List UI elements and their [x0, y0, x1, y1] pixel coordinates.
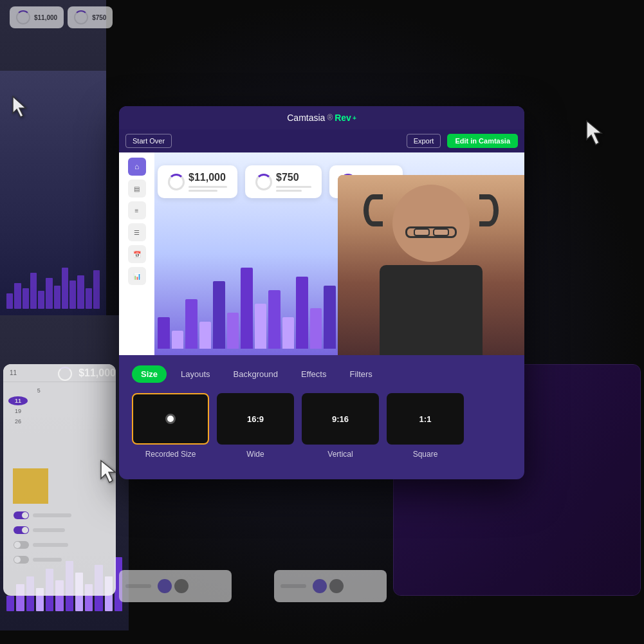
person-silhouette	[338, 175, 524, 355]
background-bottom-small-right	[274, 570, 387, 602]
tab-effects[interactable]: Effects	[292, 365, 336, 383]
toggle-4[interactable]	[14, 556, 29, 564]
calendar-month: 11	[10, 369, 17, 376]
chart-bar	[310, 308, 322, 349]
size-card-square[interactable]: 1:1	[387, 393, 464, 445]
stat-lines-2	[276, 186, 311, 192]
stat-line	[189, 186, 227, 188]
rev-label: Rev	[335, 113, 351, 123]
recorded-size-label: Recorded Size	[145, 450, 196, 459]
bg-stat-value-1: $11,000	[34, 14, 57, 21]
size-card-vertical[interactable]: 9:16	[302, 393, 379, 445]
sidebar-icon-6[interactable]: 📊	[128, 267, 146, 285]
sidebar-icon-3[interactable]: ≡	[128, 201, 146, 219]
cal-cell	[50, 386, 69, 395]
avatar-4	[329, 579, 344, 593]
background-panel-left	[0, 0, 106, 315]
toggle-group	[3, 507, 116, 568]
bar	[6, 293, 13, 309]
chart-bar	[213, 281, 225, 349]
icon-3: ≡	[135, 207, 139, 214]
toggle-row-2	[8, 524, 111, 536]
cal-cell: 5	[29, 386, 48, 395]
toggle-2[interactable]	[14, 526, 29, 534]
avatar-3	[313, 579, 327, 593]
size-option-vertical[interactable]: 9:16 Vertical	[302, 393, 379, 459]
bottom-panel: Size Layouts Background Effects Filters …	[119, 355, 524, 469]
chart-bar	[282, 317, 295, 349]
preview-stat-card-1: $11,000	[158, 165, 237, 198]
bg-stat-card-1: $11,000	[10, 6, 64, 28]
chart-bar	[255, 304, 267, 349]
chart-bar	[324, 286, 336, 349]
preview-sidebar: ⌂ ▤ ≡ ☰ 📅 📊	[119, 152, 154, 355]
brand-name: Camtasia	[287, 113, 325, 123]
size-card-wide[interactable]: 16:9	[217, 393, 294, 445]
avatar-1	[158, 579, 172, 593]
app-title: Camtasia ® Rev +	[287, 113, 356, 123]
preview-chart	[158, 259, 363, 349]
cursor-top-right	[585, 119, 605, 149]
sidebar-icon-5[interactable]: 📅	[128, 245, 146, 263]
toggle-row-1	[8, 510, 111, 521]
stat-content-2: $750	[276, 172, 311, 192]
spinner-2	[74, 10, 88, 24]
wide-label: Wide	[246, 450, 264, 459]
stat-lines-1	[189, 186, 227, 192]
brand-separator: ®	[327, 113, 333, 122]
tab-layouts[interactable]: Layouts	[172, 365, 219, 383]
toggle-1[interactable]	[14, 511, 29, 519]
export-button[interactable]: Export	[407, 134, 441, 148]
headphone-right	[479, 194, 499, 226]
home-icon: ⌂	[134, 162, 139, 171]
chart-bar	[158, 317, 170, 349]
shirt	[380, 265, 483, 355]
chart-bar	[241, 268, 253, 349]
size-option-square[interactable]: 1:1 Square	[387, 393, 464, 459]
bar	[38, 291, 44, 309]
edit-camtasia-button[interactable]: Edit in Camtasia	[447, 134, 518, 148]
size-card-recorded[interactable]	[132, 393, 209, 445]
size-option-recorded[interactable]: Recorded Size	[132, 393, 209, 459]
cal-cell	[91, 396, 111, 405]
sidebar-icon-2[interactable]: ▤	[128, 179, 146, 198]
background-bottom-small-left	[119, 570, 232, 602]
person-overlay	[338, 175, 524, 355]
cal-cell	[71, 396, 90, 405]
tab-background[interactable]: Background	[225, 365, 287, 383]
headphone-left	[363, 194, 383, 226]
sidebar-icon-4[interactable]: ☰	[128, 223, 146, 241]
tab-filters[interactable]: Filters	[340, 365, 381, 383]
chart-bar	[185, 299, 198, 349]
cal-cell	[71, 407, 90, 416]
cal-cell	[71, 386, 90, 395]
bar	[23, 288, 29, 309]
head-shape	[392, 185, 470, 262]
icon-4: ☰	[134, 229, 140, 236]
bar	[62, 268, 68, 309]
square-ratio-label: 1:1	[419, 414, 432, 424]
cal-cell	[29, 407, 48, 416]
toggle-label-bar	[33, 558, 62, 562]
start-over-button[interactable]: Start Over	[125, 134, 172, 148]
stat-line	[276, 186, 311, 188]
size-option-wide[interactable]: 16:9 Wide	[217, 393, 294, 459]
square-label: Square	[413, 450, 438, 459]
avatar-group	[158, 579, 189, 593]
bar	[86, 288, 92, 309]
cal-cell	[8, 386, 28, 395]
tab-bar: Size Layouts Background Effects Filters	[132, 365, 511, 383]
size-options: Recorded Size 16:9 Wide 9:16 Vertical 1:…	[132, 393, 511, 459]
toolbar: Start Over Export Edit in Camtasia	[119, 129, 524, 152]
background-calendar-panel: 11 5 11 19 26	[3, 364, 116, 596]
tab-size[interactable]: Size	[132, 365, 167, 383]
sidebar-home-icon[interactable]: ⌂	[128, 158, 146, 176]
toggle-3[interactable]	[14, 541, 29, 549]
plus-label: +	[353, 115, 356, 122]
cal-cell	[29, 396, 48, 405]
bar	[69, 281, 76, 309]
bar	[93, 270, 100, 309]
stat-content-1: $11,000	[189, 172, 227, 192]
cal-cell: 26	[8, 417, 28, 426]
preview-stat-card-2: $750	[245, 165, 322, 198]
